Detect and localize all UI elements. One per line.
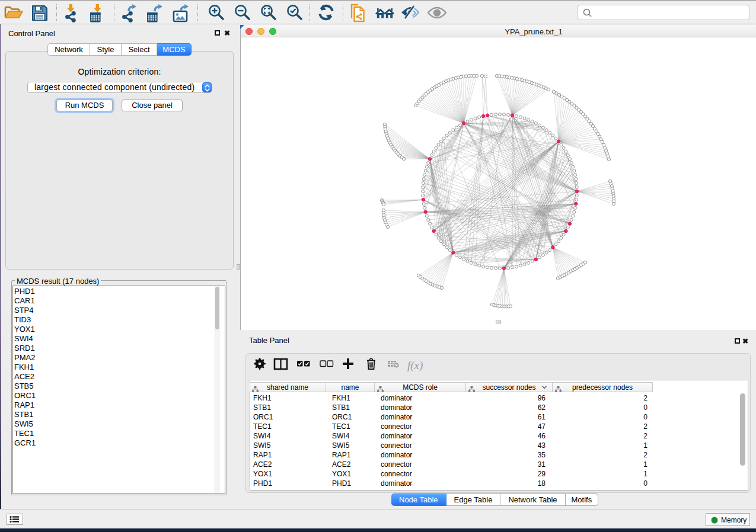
svg-text:f(x): f(x) <box>407 359 423 372</box>
